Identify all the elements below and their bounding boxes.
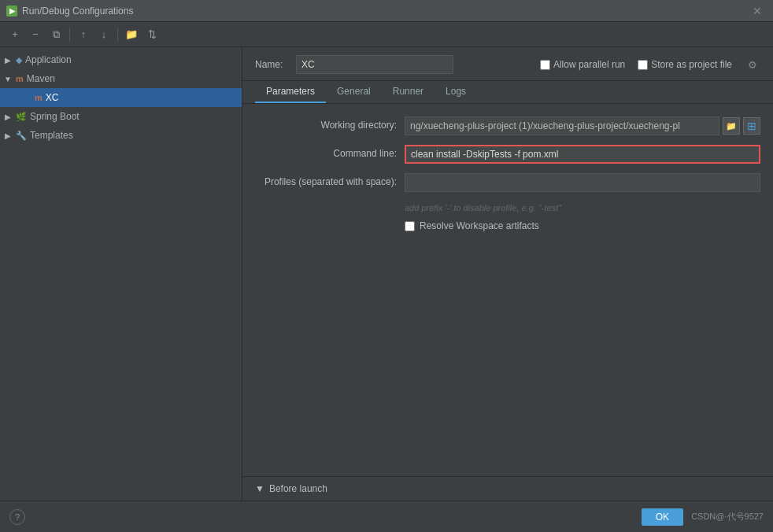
tree-item-templates[interactable]: ▶ 🔧 Templates <box>0 126 242 145</box>
browse-folder-button[interactable]: 📁 <box>723 117 740 135</box>
profiles-input[interactable] <box>405 173 760 192</box>
command-line-row: Command line: <box>255 145 760 164</box>
working-directory-row: Working directory: 📁 ⊞ <box>255 116 760 135</box>
xc-icon: m <box>35 93 43 102</box>
tree-label-templates: Templates <box>30 130 73 141</box>
add-config-button[interactable]: + <box>6 26 24 43</box>
tree-arrow-templates: ▶ <box>3 131 13 140</box>
before-launch-arrow[interactable]: ▼ <box>255 483 264 494</box>
bottom-left: ? <box>9 509 25 525</box>
allow-parallel-label[interactable]: Allow parallel run <box>540 59 625 70</box>
maven-icon: m <box>16 74 24 83</box>
store-as-project-label[interactable]: Store as project file <box>638 59 732 70</box>
move-up-button[interactable]: ↑ <box>75 26 92 43</box>
name-input[interactable] <box>296 55 453 74</box>
toolbar-separator-2 <box>117 28 118 41</box>
window-title: Run/Debug Configurations <box>22 6 133 17</box>
allow-parallel-checkbox[interactable] <box>540 60 550 70</box>
project-root-button[interactable]: ⊞ <box>743 117 760 135</box>
before-launch-section: ▼ Before launch <box>242 476 773 501</box>
form-area: Working directory: 📁 ⊞ Command line: <box>242 104 773 476</box>
tab-logs[interactable]: Logs <box>435 81 477 103</box>
tree-label-application: Application <box>25 54 72 65</box>
tree-arrow-spring-boot: ▶ <box>3 113 13 121</box>
tab-general[interactable]: General <box>326 81 382 103</box>
tree-item-maven[interactable]: ▼ m Maven <box>0 69 242 88</box>
spring-boot-icon: 🌿 <box>16 112 27 122</box>
profiles-row: Profiles (separated with space): <box>255 173 760 192</box>
tree-label-xc: XC <box>46 92 59 103</box>
tab-parameters[interactable]: Parameters <box>255 81 326 103</box>
tree-item-spring-boot[interactable]: ▶ 🌿 Spring Boot <box>0 107 242 126</box>
move-down-button[interactable]: ↓ <box>95 26 113 43</box>
templates-icon: 🔧 <box>16 131 27 141</box>
main-container: + − ⧉ ↑ ↓ 📁 ⇅ ▶ ◆ Application ▼ m Maven <box>0 22 773 532</box>
tree-label-spring-boot: Spring Boot <box>30 111 80 122</box>
watermark: CSDN@·代号9527 <box>691 511 764 523</box>
gear-button[interactable]: ⚙ <box>745 59 760 71</box>
window-icon: ▶ <box>6 6 17 17</box>
close-button[interactable]: ✕ <box>748 3 767 19</box>
command-line-input[interactable] <box>405 145 760 164</box>
profiles-label: Profiles (separated with space): <box>255 173 397 187</box>
tree-item-xc[interactable]: m XC <box>0 88 242 107</box>
working-directory-label: Working directory: <box>255 116 397 131</box>
name-row: Name: Allow parallel run Store as projec… <box>242 47 773 81</box>
profiles-hint-row: add prefix '-' to disable profile, e.g. … <box>255 201 760 214</box>
working-directory-input[interactable] <box>405 116 719 135</box>
profiles-content <box>405 173 760 192</box>
tabs-bar: Parameters General Runner Logs <box>242 81 773 104</box>
tree-item-application[interactable]: ▶ ◆ Application <box>0 50 242 69</box>
command-line-content <box>405 145 760 164</box>
store-as-project-checkbox[interactable] <box>638 60 648 70</box>
help-button[interactable]: ? <box>9 509 25 525</box>
resolve-artifacts-label: Resolve Workspace artifacts <box>420 220 539 231</box>
right-panel: Name: Allow parallel run Store as projec… <box>242 47 773 501</box>
toolbar: + − ⧉ ↑ ↓ 📁 ⇅ <box>0 22 773 47</box>
bottom-right: OK CSDN@·代号9527 <box>642 508 764 526</box>
folder-button[interactable]: 📁 <box>123 26 140 43</box>
ok-button[interactable]: OK <box>642 508 683 526</box>
sort-button[interactable]: ⇅ <box>143 26 161 43</box>
content-area: ▶ ◆ Application ▼ m Maven m XC ▶ 🌿 Sprin… <box>0 47 773 501</box>
tab-runner[interactable]: Runner <box>382 81 435 103</box>
name-label: Name: <box>255 59 287 70</box>
application-icon: ◆ <box>16 55 22 65</box>
command-line-label: Command line: <box>255 145 397 159</box>
profiles-hint: add prefix '-' to disable profile, e.g. … <box>405 201 561 214</box>
copy-config-button[interactable]: ⧉ <box>47 26 65 43</box>
remove-config-button[interactable]: − <box>27 26 44 43</box>
before-launch-label: Before launch <box>269 483 327 494</box>
toolbar-separator <box>69 28 70 41</box>
title-bar: ▶ Run/Debug Configurations ✕ <box>0 0 773 22</box>
resolve-artifacts-checkbox[interactable] <box>405 221 415 231</box>
left-panel: ▶ ◆ Application ▼ m Maven m XC ▶ 🌿 Sprin… <box>0 47 242 501</box>
resolve-artifacts-row[interactable]: Resolve Workspace artifacts <box>255 220 760 231</box>
before-launch-header: ▼ Before launch <box>255 483 760 494</box>
tree-arrow-application: ▶ <box>3 56 13 65</box>
name-checkboxes: Allow parallel run Store as project file… <box>540 59 760 71</box>
tree-arrow-maven: ▼ <box>3 75 13 83</box>
working-directory-content: 📁 ⊞ <box>405 116 760 135</box>
tree-label-maven: Maven <box>27 73 55 84</box>
profiles-hint-spacer <box>255 201 397 205</box>
bottom-bar: ? OK CSDN@·代号9527 <box>0 501 773 532</box>
